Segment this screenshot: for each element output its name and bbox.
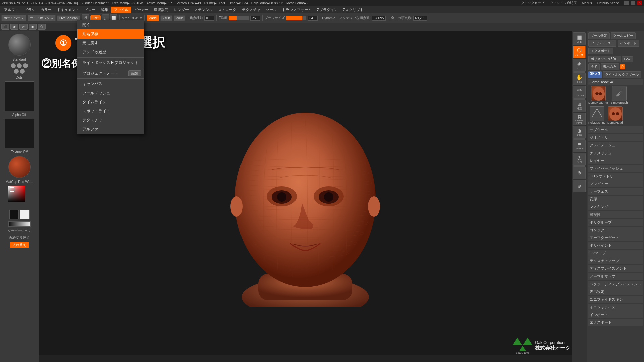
strip-extra1[interactable]: ⊜	[573, 166, 586, 179]
brush-mode-c[interactable]: ◎	[19, 24, 28, 30]
swap-button[interactable]: 入れ替え	[10, 242, 29, 248]
menu-render[interactable]: レンダー	[171, 7, 192, 13]
menu-open[interactable]: 開く	[77, 20, 144, 29]
uvmap-section[interactable]: UVマップ	[588, 250, 643, 257]
display-settings-section[interactable]: 表示設定	[588, 288, 643, 295]
menu-draw[interactable]: ドロー	[82, 7, 98, 13]
tool-copy-btn[interactable]: ツールコピー	[611, 32, 636, 39]
displacement-section[interactable]: ディスプレイスメント	[588, 265, 643, 272]
polymesh3d-preview[interactable]: PolyMesh3D	[588, 106, 605, 124]
normalmap-section[interactable]: ノーマルマップ	[588, 273, 643, 280]
matcap-preview[interactable]	[8, 156, 31, 178]
display-only-btn[interactable]: 表示のみ	[601, 63, 619, 70]
menus-label[interactable]: Menus	[582, 1, 592, 5]
strip-slod[interactable]: ✏ ス-LOD	[573, 86, 586, 99]
brush-mode-e[interactable]: ⬡	[38, 24, 46, 30]
menu-alpha[interactable]: アルファ	[1, 7, 21, 13]
menu-zplugin[interactable]: Zプラグイン	[314, 7, 340, 13]
unified-skin-section[interactable]: ユニファイドスキン	[588, 296, 643, 303]
texturemap-section[interactable]: テクスチャマップ	[588, 257, 643, 264]
menu-canvas[interactable]: キャンバス	[77, 79, 144, 88]
menu-picker[interactable]: ピッカー	[131, 7, 151, 13]
menu-tool[interactable]: ツール	[263, 7, 279, 13]
morphtarget-section[interactable]: モーフターゲット	[588, 234, 643, 241]
strip-solo[interactable]: ◎ ソロ	[573, 153, 586, 166]
hd-geometry-section[interactable]: HDジオメトリ	[588, 173, 643, 180]
menu-tool-mesh[interactable]: ツールメッシュ	[77, 88, 144, 98]
preview-section[interactable]: プレビュー	[588, 180, 643, 187]
r-btn[interactable]: R	[620, 64, 625, 69]
strip-correction[interactable]: ⊞ 補正	[573, 99, 586, 112]
simplebrush-preview[interactable]: 🖌 SimpleBrush	[611, 86, 628, 104]
brushsize-slider[interactable]	[286, 16, 306, 20]
menu-timeline[interactable]: タイムライン	[77, 98, 144, 107]
menu-save-as[interactable]: 別名保存	[77, 29, 144, 39]
visibility-section[interactable]: 可視性	[588, 211, 643, 218]
color-picker[interactable]	[8, 186, 31, 208]
menu-stencil[interactable]: ステンシル	[192, 7, 215, 13]
strip-dynamic[interactable]: ⬒ Dynamic	[573, 139, 586, 152]
strip-ο-εε[interactable]: ✋ ο-εε	[573, 72, 586, 85]
gradient-bar[interactable]	[8, 221, 31, 227]
polygroup-section[interactable]: ポリグループ	[588, 219, 643, 226]
brush-mode-b[interactable]: ◉	[10, 24, 18, 30]
maximize-button[interactable]: □	[631, 1, 635, 5]
nanomesh-section[interactable]: ナノメッシュ	[588, 149, 643, 157]
subtool-section[interactable]: サブツール	[588, 126, 643, 133]
layer-section[interactable]: レイヤー	[588, 157, 643, 164]
menu-preferences[interactable]: 環境設定	[151, 7, 171, 13]
zintensity-slider[interactable]	[229, 16, 249, 20]
brush-mode-d[interactable]: ▣	[29, 24, 37, 30]
import-section[interactable]: インポート	[588, 311, 643, 318]
strip-bpr[interactable]: ▣ BPR	[573, 32, 586, 45]
contact-section[interactable]: コンタクト	[588, 227, 643, 234]
tool-paste-btn[interactable]: ツールペースト	[588, 40, 616, 47]
focal-value[interactable]: 0	[204, 16, 214, 21]
import-btn[interactable]: インポート	[618, 40, 639, 47]
menu-file[interactable]: ファイル	[111, 7, 131, 13]
menu-alpha[interactable]: アルファ	[77, 125, 144, 134]
menu-zscript[interactable]: Zスクリプト	[340, 7, 367, 13]
brush-mode-a[interactable]: ⬛	[1, 24, 9, 30]
initialize-section[interactable]: イニシャライズ	[588, 304, 643, 311]
goz-btn[interactable]: GoZ	[622, 56, 633, 62]
fibermesh-section[interactable]: ファイバーメッシュ	[588, 165, 643, 172]
menu-texture[interactable]: テクスチャ	[77, 116, 144, 125]
menu-texture[interactable]: テクスチャ	[239, 7, 263, 13]
demohead2-preview[interactable]: DemoHead	[607, 106, 623, 124]
note-edit-button[interactable]: 編集	[128, 70, 141, 76]
menu-undo[interactable]: 元に戻す	[77, 39, 144, 48]
deformation-section[interactable]: 変形	[588, 196, 643, 203]
standard-brush-preview[interactable]	[8, 34, 31, 56]
all-btn[interactable]: 全て	[588, 63, 600, 70]
livebool-button[interactable]: LiveBoolean	[57, 15, 80, 21]
alpha-preview[interactable]	[5, 81, 34, 111]
masking-section[interactable]: マスキング	[588, 203, 643, 210]
menu-stroke[interactable]: ストローク	[215, 7, 239, 13]
menu-edit[interactable]: 編集	[98, 7, 111, 13]
menu-project-note[interactable]: プロジェクトノート 編集	[77, 69, 144, 78]
minimize-button[interactable]: ─	[624, 1, 629, 5]
polypaint-section[interactable]: ポリペイント	[588, 242, 643, 249]
strip-z07[interactable]: ◈ Z07	[573, 59, 586, 72]
demohead-label[interactable]: DemoHead: 48	[588, 79, 643, 85]
surface-section[interactable]: サーフェス	[588, 188, 643, 195]
texture-preview[interactable]	[5, 119, 34, 148]
menu-document[interactable]: ドキュメント	[54, 7, 82, 13]
strip-base[interactable]: ⬡ ベース	[573, 46, 586, 58]
menu-brush[interactable]: ブラシ	[21, 7, 38, 13]
strip-extra2[interactable]: ⊛	[573, 180, 586, 192]
vectordisp-section[interactable]: ベクターディスプレイスメント	[588, 281, 643, 288]
menu-spotlight[interactable]: スポットライト	[77, 107, 144, 116]
tool-creation-btn[interactable]: ツール設定	[588, 32, 610, 39]
zadd-button[interactable]: Zadd	[147, 15, 159, 21]
color-white[interactable]	[20, 210, 30, 219]
geometry-section[interactable]: ジオメトリ	[588, 134, 643, 141]
menu-color[interactable]: カラー	[38, 7, 54, 13]
demohead-preview[interactable]: DemoHead: 48	[588, 86, 609, 104]
menu-undo-history[interactable]: アンドゥ履歴	[77, 48, 144, 57]
lightbox-tool-btn[interactable]: ライトボックスツール	[603, 71, 641, 78]
color-black[interactable]	[9, 210, 19, 219]
arraymesh-section[interactable]: アレイメッシュ	[588, 142, 643, 149]
strip-meian[interactable]: ◑ 明暗	[573, 126, 586, 139]
